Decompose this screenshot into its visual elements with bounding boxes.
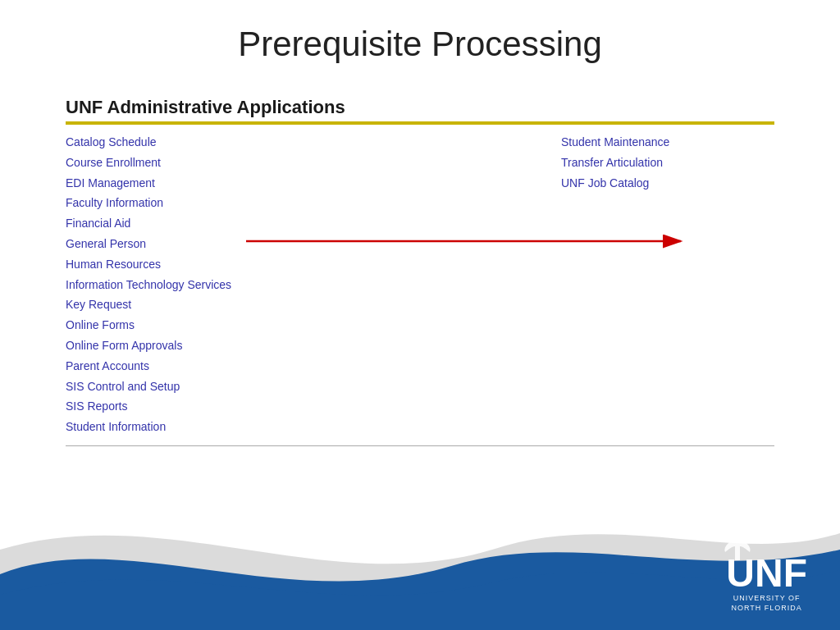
section-title: UNF Administrative Applications	[66, 97, 774, 118]
left-nav-link[interactable]: General Person	[66, 235, 561, 254]
page-title: Prerequisite Processing	[66, 25, 774, 64]
left-nav-link[interactable]: Online Form Approvals	[66, 336, 561, 356]
unf-university-text: UNIVERSITY OF NORTH FLORIDA	[732, 593, 802, 614]
left-nav-link[interactable]: Parent Accounts	[66, 357, 561, 377]
bottom-border	[66, 445, 774, 446]
left-nav-link[interactable]: Faculty Information	[66, 194, 561, 213]
left-nav-link[interactable]: SIS Control and Setup	[66, 377, 561, 397]
left-nav-link[interactable]: Online Forms	[66, 316, 561, 336]
left-links: Catalog ScheduleCourse EnrollmentEDI Man…	[66, 133, 561, 437]
wave-svg	[0, 484, 840, 630]
unf-logo: UNF UNIVERSITY OF NORTH FLORIDA	[726, 554, 807, 614]
unf-letters: UNF	[726, 554, 807, 593]
left-nav-link[interactable]: Key Request	[66, 295, 561, 315]
left-nav-link[interactable]: Student Information	[66, 418, 561, 437]
right-links: Student MaintenanceTransfer Articulation…	[561, 133, 774, 437]
main-content: Prerequisite Processing UNF Administrati…	[0, 0, 840, 484]
left-nav-link[interactable]: EDI Management	[66, 174, 561, 194]
left-nav-link[interactable]: Financial Aid	[66, 214, 561, 234]
yellow-divider	[66, 121, 774, 125]
app-section: UNF Administrative Applications Catalog …	[66, 97, 774, 446]
left-nav-link[interactable]: Course Enrollment	[66, 153, 561, 173]
right-nav-link[interactable]: UNF Job Catalog	[561, 174, 774, 194]
left-nav-link[interactable]: SIS Reports	[66, 397, 561, 417]
left-nav-link[interactable]: Catalog Schedule	[66, 133, 561, 153]
left-nav-link[interactable]: Information Technology Services	[66, 276, 561, 295]
links-container: Catalog ScheduleCourse EnrollmentEDI Man…	[66, 125, 774, 437]
right-nav-link[interactable]: Transfer Articulation	[561, 153, 774, 173]
left-nav-link[interactable]: Human Resources	[66, 255, 561, 275]
right-nav-link[interactable]: Student Maintenance	[561, 133, 774, 153]
bottom-area: UNF UNIVERSITY OF NORTH FLORIDA	[0, 484, 840, 630]
